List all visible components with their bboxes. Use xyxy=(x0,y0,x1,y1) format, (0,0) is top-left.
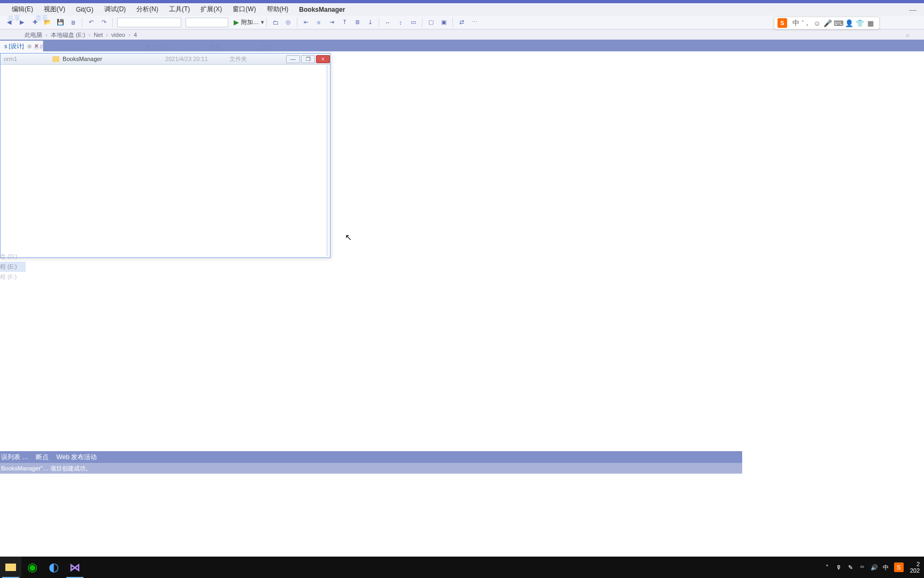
align-mid-icon[interactable]: ≣ xyxy=(352,17,363,28)
toolbar-sep xyxy=(452,18,453,27)
tray-mic-icon[interactable]: 🎙 xyxy=(833,564,845,571)
drive-d[interactable]: 盘 (D:) xyxy=(0,252,26,262)
align-bottom-icon[interactable]: ⤓ xyxy=(365,17,375,28)
tray-sogou-icon[interactable]: S xyxy=(894,562,904,572)
form-titlebar[interactable]: orm1 BooksManager 2021/4/23 20:11 文件夹 — … xyxy=(1,54,330,65)
taskbar-explorer[interactable] xyxy=(0,557,21,578)
cursor-icon: ↖ xyxy=(345,232,352,242)
tool-snapshot-icon[interactable]: ◎ xyxy=(283,17,294,28)
save-icon[interactable]: 💾 xyxy=(55,17,66,28)
drive-list: 盘 (D:) 程 (E:) 程 (F:) xyxy=(0,252,26,282)
pin-icon[interactable]: ⊕ xyxy=(27,43,32,49)
crumb-video[interactable]: video xyxy=(108,32,128,38)
col-type[interactable]: 类型 xyxy=(209,43,260,51)
hspace-icon[interactable]: ↔ xyxy=(382,17,393,28)
explorer-item-date: 2021/4/23 20:11 xyxy=(165,56,208,62)
col-date[interactable]: 修改日期 xyxy=(146,43,209,51)
start-run-label[interactable]: 附加… xyxy=(239,18,261,26)
menu-window[interactable]: 窗口(W) xyxy=(227,5,261,14)
crumb-pc[interactable]: 此电脑 xyxy=(21,31,45,39)
ime-toolbar[interactable]: S 中 '， ☺ 🎤 ⌨ 👤 👕 ▦ xyxy=(774,17,880,29)
ime-user-icon[interactable]: 👤 xyxy=(844,18,854,28)
menu-debug[interactable]: 调试(D) xyxy=(99,5,132,14)
vs-minimize-icon[interactable]: — xyxy=(909,5,917,14)
crumb-4[interactable]: 4 xyxy=(130,32,140,38)
ime-skin-icon[interactable]: 👕 xyxy=(854,18,865,28)
toolbar-sep xyxy=(266,18,267,27)
tray-show-hidden-icon[interactable]: ˄ xyxy=(821,564,833,571)
ime-logo-icon[interactable]: S xyxy=(777,18,787,28)
tab-webpublish[interactable]: Web 发布活动 xyxy=(56,453,97,462)
tab-order-icon[interactable]: ⇄ xyxy=(456,17,467,28)
tab-label: s [设计] xyxy=(4,42,24,50)
ime-emoji-icon[interactable]: ☺ xyxy=(812,18,822,28)
tool-folder-icon[interactable]: 🗀 xyxy=(270,17,281,28)
taskbar-browser[interactable]: ◐ xyxy=(43,557,64,578)
minimize-button[interactable]: — xyxy=(286,55,300,63)
tray-ime-lang[interactable]: 中 xyxy=(880,564,892,572)
drive-e[interactable]: 程 (E:) xyxy=(0,262,26,272)
explorer-tab-share[interactable]: 共享 xyxy=(7,14,20,23)
drive-f[interactable]: 程 (F:) xyxy=(0,272,26,282)
explorer-tab-view[interactable]: 查看 xyxy=(35,14,48,23)
tray-volume-icon[interactable]: 🔊 xyxy=(868,564,880,571)
platform-dropdown[interactable] xyxy=(186,18,228,27)
col-size[interactable]: 大小 xyxy=(260,43,272,51)
tray-clock[interactable]: 2 202 xyxy=(906,561,924,574)
vspace-icon[interactable]: ↕ xyxy=(395,17,406,28)
redo-icon[interactable]: ↷ xyxy=(98,17,109,28)
form-designer-window[interactable]: orm1 BooksManager 2021/4/23 20:11 文件夹 — … xyxy=(0,53,330,258)
scrollbar[interactable] xyxy=(326,65,328,256)
toolbar-sep xyxy=(422,18,422,27)
form-caption: orm1 xyxy=(4,56,17,62)
menu-extensions[interactable]: 扩展(X) xyxy=(195,5,227,14)
undo-icon[interactable]: ↶ xyxy=(86,17,96,28)
close-button[interactable]: × xyxy=(316,55,330,63)
window-buttons: — ❐ × xyxy=(285,55,330,63)
search-icon[interactable]: ⌕ xyxy=(906,32,913,38)
taskbar-visualstudio[interactable]: ⋈ xyxy=(64,557,86,578)
folder-icon xyxy=(52,56,59,62)
system-tray: ˄ 🎙 ✎ ⌔ 🔊 中 S 2 202 xyxy=(821,557,924,578)
ime-keyboard-icon[interactable]: ⌨ xyxy=(833,18,844,28)
crumb-net[interactable]: Net xyxy=(90,32,106,38)
ime-lang[interactable]: 中 xyxy=(790,18,801,28)
tray-edit-icon[interactable]: ✎ xyxy=(845,564,857,571)
run-dropdown-icon[interactable]: ▾ xyxy=(261,19,264,26)
taskbar-wechat[interactable]: ◉ xyxy=(21,557,43,578)
size-icon[interactable]: ▭ xyxy=(408,17,419,28)
explorer-ribbon-tabs: 共享 查看 xyxy=(0,13,56,24)
crumb-drive[interactable]: 本地磁盘 (E:) xyxy=(48,31,89,39)
menu-git[interactable]: Git(G) xyxy=(71,6,99,13)
send-back-icon[interactable]: ▣ xyxy=(438,17,449,28)
output-text: BooksManager"… 项目创建成功。 xyxy=(1,465,91,473)
maximize-button[interactable]: ❐ xyxy=(301,55,315,63)
col-name[interactable]: 名称 xyxy=(34,43,146,51)
toolbar-sep xyxy=(379,18,379,27)
tab-errorlist[interactable]: 误列表 … xyxy=(1,453,28,462)
save-all-icon[interactable]: 🗎 xyxy=(68,17,79,28)
clock-time: 2 xyxy=(910,561,920,567)
config-dropdown[interactable] xyxy=(117,18,181,27)
toolbar-sep xyxy=(82,18,82,27)
menu-analyze[interactable]: 分析(N) xyxy=(131,5,164,14)
explorer-item-name[interactable]: BooksManager xyxy=(63,56,102,62)
tray-wifi-icon[interactable]: ⌔ xyxy=(857,564,868,571)
bottom-panel-tabs: 误列表 … 断点 Web 发布活动 xyxy=(0,451,742,463)
ime-tools-icon[interactable]: ▦ xyxy=(865,18,876,28)
more-icon[interactable]: ⋯ xyxy=(469,17,480,28)
menu-tools[interactable]: 工具(T) xyxy=(164,5,195,14)
toolbar-sep xyxy=(112,18,113,27)
menu-help[interactable]: 帮助(H) xyxy=(261,5,294,14)
bring-front-icon[interactable]: ▢ xyxy=(426,17,436,28)
form-client-area[interactable] xyxy=(1,65,328,256)
align-left-icon[interactable]: ⇤ xyxy=(301,17,311,28)
align-center-icon[interactable]: ≡ xyxy=(313,17,324,28)
ime-punct-icon[interactable]: '， xyxy=(801,18,812,28)
ime-voice-icon[interactable]: 🎤 xyxy=(822,18,833,28)
start-run-icon[interactable]: ▶ xyxy=(234,18,239,26)
folder-icon xyxy=(5,564,16,571)
align-right-icon[interactable]: ⇥ xyxy=(326,17,337,28)
align-top-icon[interactable]: ⤒ xyxy=(339,17,350,28)
tab-breakpoints[interactable]: 断点 xyxy=(36,453,49,462)
